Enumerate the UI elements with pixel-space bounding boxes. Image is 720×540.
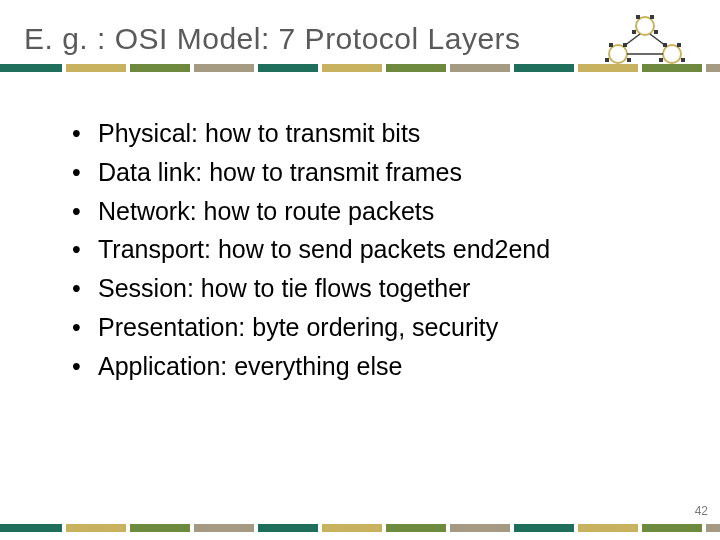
network-graph-icon	[590, 12, 700, 72]
svg-point-10	[663, 45, 681, 63]
list-item: Session: how to tie flows together	[72, 269, 680, 308]
svg-line-15	[624, 34, 640, 46]
svg-line-16	[650, 34, 666, 46]
list-item: Network: how to route packets	[72, 192, 680, 231]
page-number: 42	[695, 504, 708, 518]
list-item: Physical: how to transmit bits	[72, 114, 680, 153]
svg-rect-2	[650, 15, 654, 19]
svg-rect-1	[636, 15, 640, 19]
svg-rect-3	[632, 30, 636, 34]
svg-rect-8	[605, 58, 609, 62]
list-item: Application: everything else	[72, 347, 680, 386]
svg-rect-14	[681, 58, 685, 62]
list-item: Data link: how to transmit frames	[72, 153, 680, 192]
svg-rect-13	[659, 58, 663, 62]
svg-rect-12	[677, 43, 681, 47]
svg-rect-9	[627, 58, 631, 62]
accent-stripe-top	[0, 64, 720, 72]
list-item: Transport: how to send packets end2end	[72, 230, 680, 269]
svg-rect-6	[609, 43, 613, 47]
svg-rect-4	[654, 30, 658, 34]
svg-point-5	[609, 45, 627, 63]
bullet-list: Physical: how to transmit bits Data link…	[32, 114, 680, 385]
accent-stripe-bottom	[0, 524, 720, 532]
slide-title: E. g. : OSI Model: 7 Protocol Layers	[24, 22, 521, 56]
list-item: Presentation: byte ordering, security	[72, 308, 680, 347]
svg-point-0	[636, 17, 654, 35]
slide: E. g. : OSI Model: 7 Protocol Layers	[0, 0, 720, 540]
